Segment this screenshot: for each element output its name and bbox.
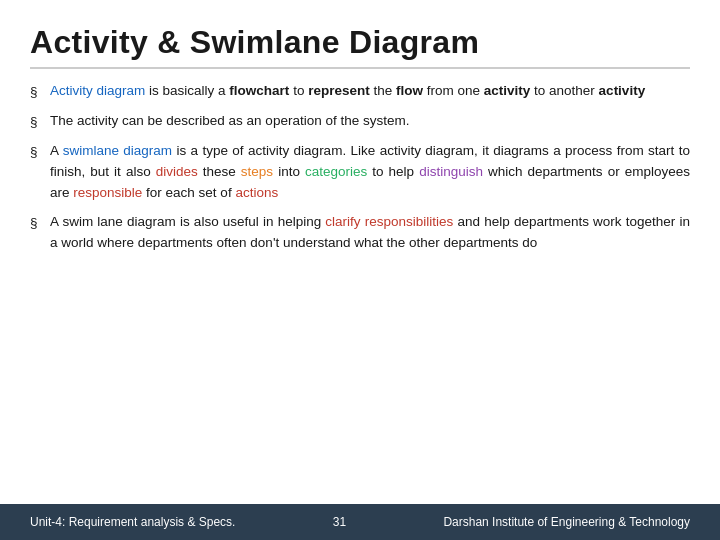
content-section: § Activity diagram is basically a flowch… bbox=[30, 81, 690, 504]
text-to-help: to help bbox=[372, 164, 419, 179]
bullet-text-1: Activity diagram is basically a flowchar… bbox=[50, 81, 690, 102]
bullet-marker-2: § bbox=[30, 112, 46, 133]
bullet-marker-3: § bbox=[30, 142, 46, 163]
text-static-1: is basically a bbox=[149, 83, 229, 98]
text-flowchart: flowchart bbox=[229, 83, 289, 98]
bullet-marker-4: § bbox=[30, 213, 46, 234]
text-static-4: from one bbox=[427, 83, 484, 98]
footer-center: 31 bbox=[333, 515, 346, 529]
text-static-5: to another bbox=[534, 83, 599, 98]
footer-left: Unit-4: Requirement analysis & Specs. bbox=[30, 515, 235, 529]
bullet-text-3: A swimlane diagram is a type of activity… bbox=[50, 141, 690, 204]
text-activity-diagram: Activity diagram bbox=[50, 83, 145, 98]
text-steps: steps bbox=[241, 164, 273, 179]
bullet-text-2: The activity can be described as an oper… bbox=[50, 111, 690, 132]
text-activity2: activity bbox=[599, 83, 646, 98]
text-a: A bbox=[50, 143, 63, 158]
text-flow: flow bbox=[396, 83, 423, 98]
bullet-item-4: § A swim lane diagram is also useful in … bbox=[30, 212, 690, 254]
bullet-item-3: § A swimlane diagram is a type of activi… bbox=[30, 141, 690, 204]
text-categories: categories bbox=[305, 164, 367, 179]
bullet-item-2: § The activity can be described as an op… bbox=[30, 111, 690, 133]
text-static-2: to bbox=[293, 83, 308, 98]
bullet-marker-1: § bbox=[30, 82, 46, 103]
text-represent: represent bbox=[308, 83, 370, 98]
bullet-item-1: § Activity diagram is basically a flowch… bbox=[30, 81, 690, 103]
text-into: into bbox=[278, 164, 305, 179]
text-swim-intro: A swim lane diagram is also useful in he… bbox=[50, 214, 325, 229]
text-responsible: responsible bbox=[73, 185, 142, 200]
slide-container: Activity & Swimlane Diagram § Activity d… bbox=[0, 0, 720, 540]
text-swimlane: swimlane diagram bbox=[63, 143, 172, 158]
title-section: Activity & Swimlane Diagram bbox=[30, 24, 690, 69]
text-static-3: the bbox=[373, 83, 396, 98]
text-distinguish: distinguish bbox=[419, 164, 483, 179]
text-divides: divides bbox=[156, 164, 198, 179]
text-activity-op: The activity can be described as an oper… bbox=[50, 113, 409, 128]
footer-right: Darshan Institute of Engineering & Techn… bbox=[443, 515, 690, 529]
footer: Unit-4: Requirement analysis & Specs. 31… bbox=[0, 504, 720, 540]
text-actions: actions bbox=[235, 185, 278, 200]
slide-title: Activity & Swimlane Diagram bbox=[30, 24, 690, 61]
text-these: these bbox=[203, 164, 241, 179]
bullet-text-4: A swim lane diagram is also useful in he… bbox=[50, 212, 690, 254]
text-clarify: clarify bbox=[325, 214, 360, 229]
text-responsibilities: responsibilities bbox=[365, 214, 454, 229]
text-activity1: activity bbox=[484, 83, 531, 98]
text-for-each: for each set of bbox=[146, 185, 235, 200]
